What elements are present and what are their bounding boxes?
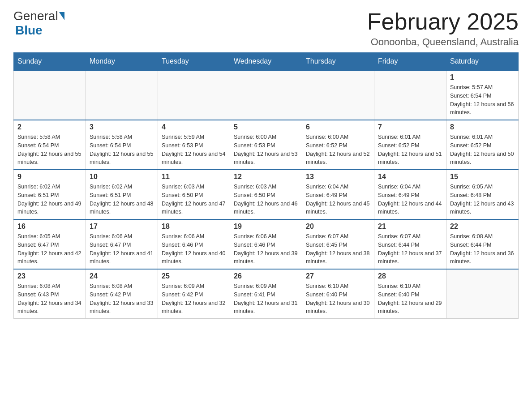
location-subtitle: Oonoonba, Queensland, Australia bbox=[367, 36, 519, 48]
calendar-cell bbox=[230, 70, 302, 120]
day-number: 27 bbox=[306, 272, 370, 280]
weekday-header-sunday: Sunday bbox=[14, 53, 86, 71]
calendar-table: SundayMondayTuesdayWednesdayThursdayFrid… bbox=[13, 52, 519, 319]
calendar-cell: 24Sunrise: 6:08 AMSunset: 6:42 PMDayligh… bbox=[86, 269, 158, 319]
calendar-cell: 13Sunrise: 6:04 AMSunset: 6:49 PMDayligh… bbox=[302, 170, 374, 219]
day-number: 3 bbox=[90, 123, 154, 131]
day-info: Sunrise: 5:58 AMSunset: 6:54 PMDaylight:… bbox=[17, 133, 82, 167]
calendar-cell: 7Sunrise: 6:01 AMSunset: 6:52 PMDaylight… bbox=[374, 120, 446, 170]
calendar-cell: 3Sunrise: 5:58 AMSunset: 6:54 PMDaylight… bbox=[86, 120, 158, 170]
day-info: Sunrise: 5:59 AMSunset: 6:53 PMDaylight:… bbox=[162, 133, 226, 167]
day-number: 12 bbox=[234, 173, 298, 181]
day-number: 19 bbox=[234, 223, 298, 231]
logo-arrow-icon bbox=[59, 12, 64, 20]
day-info: Sunrise: 6:03 AMSunset: 6:50 PMDaylight:… bbox=[162, 183, 226, 216]
day-info: Sunrise: 6:09 AMSunset: 6:42 PMDaylight:… bbox=[162, 282, 226, 316]
calendar-body: 1Sunrise: 5:57 AMSunset: 6:54 PMDaylight… bbox=[14, 70, 519, 319]
day-number: 6 bbox=[306, 123, 370, 131]
calendar-cell: 18Sunrise: 6:06 AMSunset: 6:46 PMDayligh… bbox=[158, 219, 230, 269]
day-number: 17 bbox=[90, 223, 154, 231]
weekday-header-tuesday: Tuesday bbox=[158, 53, 230, 71]
day-info: Sunrise: 6:00 AMSunset: 6:52 PMDaylight:… bbox=[306, 133, 370, 167]
calendar-week-row: 1Sunrise: 5:57 AMSunset: 6:54 PMDaylight… bbox=[14, 70, 519, 120]
calendar-cell: 9Sunrise: 6:02 AMSunset: 6:51 PMDaylight… bbox=[14, 170, 86, 219]
calendar-cell: 23Sunrise: 6:08 AMSunset: 6:43 PMDayligh… bbox=[14, 269, 86, 319]
day-info: Sunrise: 6:06 AMSunset: 6:47 PMDaylight:… bbox=[90, 232, 154, 266]
calendar-cell: 19Sunrise: 6:06 AMSunset: 6:46 PMDayligh… bbox=[230, 219, 302, 269]
calendar-cell bbox=[86, 70, 158, 120]
page-header: General Blue February 2025 Oonoonba, Que… bbox=[13, 9, 519, 48]
calendar-week-row: 16Sunrise: 6:05 AMSunset: 6:47 PMDayligh… bbox=[14, 219, 519, 269]
day-number: 28 bbox=[378, 272, 442, 280]
calendar-cell: 10Sunrise: 6:02 AMSunset: 6:51 PMDayligh… bbox=[86, 170, 158, 219]
calendar-cell: 4Sunrise: 5:59 AMSunset: 6:53 PMDaylight… bbox=[158, 120, 230, 170]
day-info: Sunrise: 6:05 AMSunset: 6:47 PMDaylight:… bbox=[17, 232, 82, 266]
day-number: 5 bbox=[234, 123, 298, 131]
calendar-cell: 2Sunrise: 5:58 AMSunset: 6:54 PMDaylight… bbox=[14, 120, 86, 170]
calendar-cell: 22Sunrise: 6:08 AMSunset: 6:44 PMDayligh… bbox=[446, 219, 519, 269]
weekday-header-row: SundayMondayTuesdayWednesdayThursdayFrid… bbox=[14, 53, 519, 71]
calendar-cell: 16Sunrise: 6:05 AMSunset: 6:47 PMDayligh… bbox=[14, 219, 86, 269]
day-info: Sunrise: 6:01 AMSunset: 6:52 PMDaylight:… bbox=[450, 133, 515, 167]
calendar-cell: 5Sunrise: 6:00 AMSunset: 6:53 PMDaylight… bbox=[230, 120, 302, 170]
calendar-cell: 14Sunrise: 6:04 AMSunset: 6:49 PMDayligh… bbox=[374, 170, 446, 219]
weekday-header-saturday: Saturday bbox=[446, 53, 519, 71]
day-number: 9 bbox=[17, 173, 82, 181]
calendar-cell: 27Sunrise: 6:10 AMSunset: 6:40 PMDayligh… bbox=[302, 269, 374, 319]
day-number: 10 bbox=[90, 173, 154, 181]
calendar-week-row: 23Sunrise: 6:08 AMSunset: 6:43 PMDayligh… bbox=[14, 269, 519, 319]
calendar-week-row: 9Sunrise: 6:02 AMSunset: 6:51 PMDaylight… bbox=[14, 170, 519, 219]
day-info: Sunrise: 6:07 AMSunset: 6:44 PMDaylight:… bbox=[378, 232, 442, 266]
logo-general-text: General bbox=[13, 9, 58, 23]
day-info: Sunrise: 6:03 AMSunset: 6:50 PMDaylight:… bbox=[234, 183, 298, 216]
day-info: Sunrise: 6:05 AMSunset: 6:48 PMDaylight:… bbox=[450, 183, 515, 216]
calendar-cell bbox=[374, 70, 446, 120]
calendar-header: SundayMondayTuesdayWednesdayThursdayFrid… bbox=[14, 53, 519, 71]
weekday-header-wednesday: Wednesday bbox=[230, 53, 302, 71]
calendar-cell: 1Sunrise: 5:57 AMSunset: 6:54 PMDaylight… bbox=[446, 70, 519, 120]
calendar-cell: 17Sunrise: 6:06 AMSunset: 6:47 PMDayligh… bbox=[86, 219, 158, 269]
day-info: Sunrise: 6:02 AMSunset: 6:51 PMDaylight:… bbox=[17, 183, 82, 216]
day-info: Sunrise: 6:07 AMSunset: 6:45 PMDaylight:… bbox=[306, 232, 370, 266]
day-info: Sunrise: 6:08 AMSunset: 6:43 PMDaylight:… bbox=[17, 282, 82, 316]
day-number: 4 bbox=[162, 123, 226, 131]
day-info: Sunrise: 6:09 AMSunset: 6:41 PMDaylight:… bbox=[234, 282, 298, 316]
weekday-header-monday: Monday bbox=[86, 53, 158, 71]
logo: General Blue bbox=[13, 9, 65, 38]
day-info: Sunrise: 6:10 AMSunset: 6:40 PMDaylight:… bbox=[306, 282, 370, 316]
day-number: 13 bbox=[306, 173, 370, 181]
day-number: 25 bbox=[162, 272, 226, 280]
day-number: 15 bbox=[450, 173, 515, 181]
month-title: February 2025 bbox=[367, 9, 519, 34]
calendar-cell: 12Sunrise: 6:03 AMSunset: 6:50 PMDayligh… bbox=[230, 170, 302, 219]
day-number: 7 bbox=[378, 123, 442, 131]
weekday-header-thursday: Thursday bbox=[302, 53, 374, 71]
calendar-cell bbox=[158, 70, 230, 120]
day-number: 16 bbox=[17, 223, 82, 231]
day-number: 14 bbox=[378, 173, 442, 181]
day-info: Sunrise: 6:08 AMSunset: 6:44 PMDaylight:… bbox=[450, 232, 515, 266]
day-number: 11 bbox=[162, 173, 226, 181]
calendar-cell: 26Sunrise: 6:09 AMSunset: 6:41 PMDayligh… bbox=[230, 269, 302, 319]
day-info: Sunrise: 6:06 AMSunset: 6:46 PMDaylight:… bbox=[162, 232, 226, 266]
day-info: Sunrise: 6:08 AMSunset: 6:42 PMDaylight:… bbox=[90, 282, 154, 316]
day-number: 2 bbox=[17, 123, 82, 131]
day-info: Sunrise: 6:01 AMSunset: 6:52 PMDaylight:… bbox=[378, 133, 442, 167]
calendar-cell: 28Sunrise: 6:10 AMSunset: 6:40 PMDayligh… bbox=[374, 269, 446, 319]
day-number: 18 bbox=[162, 223, 226, 231]
calendar-cell bbox=[446, 269, 519, 319]
weekday-header-friday: Friday bbox=[374, 53, 446, 71]
day-number: 1 bbox=[450, 73, 515, 81]
day-info: Sunrise: 6:10 AMSunset: 6:40 PMDaylight:… bbox=[378, 282, 442, 316]
day-number: 24 bbox=[90, 272, 154, 280]
calendar-week-row: 2Sunrise: 5:58 AMSunset: 6:54 PMDaylight… bbox=[14, 120, 519, 170]
day-info: Sunrise: 6:00 AMSunset: 6:53 PMDaylight:… bbox=[234, 133, 298, 167]
calendar-cell: 15Sunrise: 6:05 AMSunset: 6:48 PMDayligh… bbox=[446, 170, 519, 219]
calendar-cell bbox=[14, 70, 86, 120]
calendar-cell: 8Sunrise: 6:01 AMSunset: 6:52 PMDaylight… bbox=[446, 120, 519, 170]
title-section: February 2025 Oonoonba, Queensland, Aust… bbox=[367, 9, 519, 48]
day-number: 23 bbox=[17, 272, 82, 280]
calendar-cell bbox=[302, 70, 374, 120]
logo-blue-text: Blue bbox=[15, 23, 43, 37]
calendar-cell: 20Sunrise: 6:07 AMSunset: 6:45 PMDayligh… bbox=[302, 219, 374, 269]
